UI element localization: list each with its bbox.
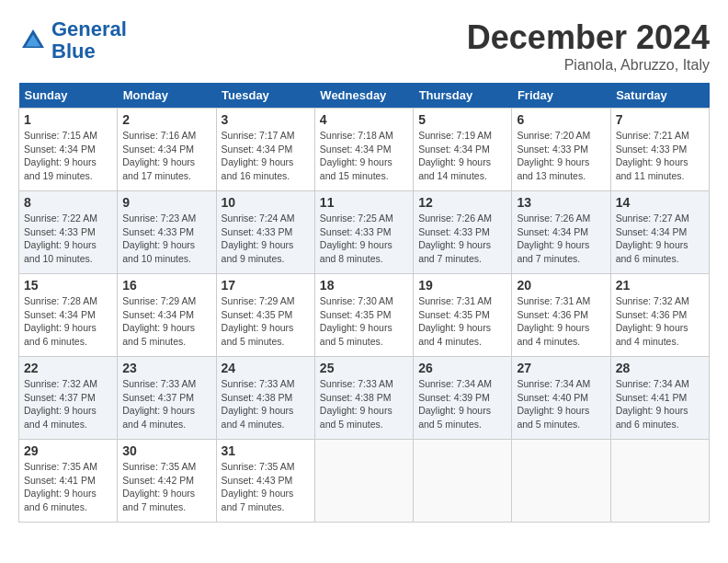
day-info: Sunrise: 7:17 AM Sunset: 4:34 PM Dayligh…: [222, 129, 310, 183]
day-number: 23: [122, 361, 210, 375]
day-info: Sunrise: 7:23 AM Sunset: 4:33 PM Dayligh…: [122, 212, 210, 266]
weekday-header-monday: Monday: [118, 83, 216, 109]
day-info: Sunrise: 7:30 AM Sunset: 4:35 PM Dayligh…: [320, 294, 408, 349]
day-info: Sunrise: 7:29 AM Sunset: 4:35 PM Dayligh…: [222, 294, 310, 349]
day-info: Sunrise: 7:33 AM Sunset: 4:38 PM Dayligh…: [222, 377, 310, 431]
logo-text: General Blue: [51, 18, 127, 63]
day-number: 2: [122, 112, 210, 127]
title-area: December 2024 Pianola, Abruzzo, Italy: [467, 18, 710, 74]
day-number: 29: [24, 443, 112, 458]
calendar-cell: 5Sunrise: 7:19 AM Sunset: 4:34 PM Daylig…: [414, 109, 512, 191]
day-info: Sunrise: 7:34 AM Sunset: 4:41 PM Dayligh…: [616, 377, 704, 431]
day-info: Sunrise: 7:34 AM Sunset: 4:40 PM Dayligh…: [517, 377, 605, 431]
day-number: 30: [122, 443, 210, 458]
calendar-cell: 11Sunrise: 7:25 AM Sunset: 4:33 PM Dayli…: [314, 191, 413, 274]
logo: General Blue: [18, 18, 127, 63]
day-info: Sunrise: 7:25 AM Sunset: 4:33 PM Dayligh…: [320, 212, 408, 266]
day-info: Sunrise: 7:26 AM Sunset: 4:34 PM Dayligh…: [517, 212, 605, 266]
day-info: Sunrise: 7:28 AM Sunset: 4:34 PM Dayligh…: [24, 294, 112, 349]
calendar-cell: [414, 440, 512, 523]
calendar-cell: 8Sunrise: 7:22 AM Sunset: 4:33 PM Daylig…: [19, 191, 118, 274]
day-number: 5: [418, 112, 506, 127]
calendar-cell: 17Sunrise: 7:29 AM Sunset: 4:35 PM Dayli…: [216, 274, 314, 357]
calendar-cell: 31Sunrise: 7:35 AM Sunset: 4:43 PM Dayli…: [216, 440, 314, 523]
calendar-cell: 14Sunrise: 7:27 AM Sunset: 4:34 PM Dayli…: [610, 191, 709, 274]
day-number: 18: [320, 278, 408, 293]
day-info: Sunrise: 7:29 AM Sunset: 4:34 PM Dayligh…: [122, 294, 210, 349]
calendar-week-2: 8Sunrise: 7:22 AM Sunset: 4:33 PM Daylig…: [19, 191, 710, 274]
day-info: Sunrise: 7:20 AM Sunset: 4:33 PM Dayligh…: [517, 129, 605, 183]
calendar-cell: 6Sunrise: 7:20 AM Sunset: 4:33 PM Daylig…: [512, 109, 610, 191]
day-number: 19: [418, 278, 506, 293]
logo-icon: [18, 26, 48, 55]
day-number: 9: [122, 195, 210, 210]
day-info: Sunrise: 7:21 AM Sunset: 4:33 PM Dayligh…: [616, 129, 704, 183]
weekday-header-row: SundayMondayTuesdayWednesdayThursdayFrid…: [19, 83, 710, 109]
day-info: Sunrise: 7:32 AM Sunset: 4:37 PM Dayligh…: [24, 377, 112, 431]
day-number: 13: [517, 195, 605, 210]
calendar-cell: 7Sunrise: 7:21 AM Sunset: 4:33 PM Daylig…: [610, 109, 709, 191]
calendar-cell: [314, 440, 413, 523]
weekday-header-thursday: Thursday: [414, 83, 512, 109]
calendar-cell: 3Sunrise: 7:17 AM Sunset: 4:34 PM Daylig…: [216, 109, 314, 191]
day-number: 10: [222, 195, 310, 210]
day-info: Sunrise: 7:31 AM Sunset: 4:35 PM Dayligh…: [418, 294, 506, 349]
calendar-cell: 29Sunrise: 7:35 AM Sunset: 4:41 PM Dayli…: [19, 440, 118, 523]
day-number: 4: [320, 112, 408, 127]
weekday-header-wednesday: Wednesday: [314, 83, 413, 109]
day-info: Sunrise: 7:22 AM Sunset: 4:33 PM Dayligh…: [24, 212, 112, 266]
calendar-cell: 12Sunrise: 7:26 AM Sunset: 4:33 PM Dayli…: [414, 191, 512, 274]
calendar-cell: 24Sunrise: 7:33 AM Sunset: 4:38 PM Dayli…: [216, 357, 314, 440]
day-number: 27: [517, 361, 605, 375]
day-number: 7: [616, 112, 704, 127]
calendar-cell: [512, 440, 610, 523]
day-number: 31: [222, 443, 310, 458]
day-info: Sunrise: 7:15 AM Sunset: 4:34 PM Dayligh…: [24, 129, 112, 183]
calendar-cell: [610, 440, 709, 523]
calendar-cell: 2Sunrise: 7:16 AM Sunset: 4:34 PM Daylig…: [118, 109, 216, 191]
day-info: Sunrise: 7:34 AM Sunset: 4:39 PM Dayligh…: [418, 377, 506, 431]
day-info: Sunrise: 7:19 AM Sunset: 4:34 PM Dayligh…: [418, 129, 506, 183]
day-info: Sunrise: 7:31 AM Sunset: 4:36 PM Dayligh…: [517, 294, 605, 349]
header: General Blue December 2024 Pianola, Abru…: [18, 18, 710, 74]
day-info: Sunrise: 7:27 AM Sunset: 4:34 PM Dayligh…: [616, 212, 704, 266]
day-number: 12: [418, 195, 506, 210]
calendar-cell: 13Sunrise: 7:26 AM Sunset: 4:34 PM Dayli…: [512, 191, 610, 274]
day-info: Sunrise: 7:18 AM Sunset: 4:34 PM Dayligh…: [320, 129, 408, 183]
day-info: Sunrise: 7:33 AM Sunset: 4:37 PM Dayligh…: [122, 377, 210, 431]
day-number: 24: [222, 361, 310, 375]
day-number: 15: [24, 278, 112, 293]
calendar-cell: 9Sunrise: 7:23 AM Sunset: 4:33 PM Daylig…: [118, 191, 216, 274]
day-number: 25: [320, 361, 408, 375]
day-number: 1: [24, 112, 112, 127]
calendar-week-4: 22Sunrise: 7:32 AM Sunset: 4:37 PM Dayli…: [19, 357, 710, 440]
weekday-header-tuesday: Tuesday: [216, 83, 314, 109]
day-number: 20: [517, 278, 605, 293]
month-title: December 2024: [467, 18, 710, 57]
day-info: Sunrise: 7:24 AM Sunset: 4:33 PM Dayligh…: [222, 212, 310, 266]
calendar-cell: 15Sunrise: 7:28 AM Sunset: 4:34 PM Dayli…: [19, 274, 118, 357]
calendar-table: SundayMondayTuesdayWednesdayThursdayFrid…: [18, 83, 710, 523]
weekday-header-sunday: Sunday: [19, 83, 118, 109]
calendar-cell: 20Sunrise: 7:31 AM Sunset: 4:36 PM Dayli…: [512, 274, 610, 357]
day-number: 11: [320, 195, 408, 210]
calendar-week-5: 29Sunrise: 7:35 AM Sunset: 4:41 PM Dayli…: [19, 440, 710, 523]
day-number: 14: [616, 195, 704, 210]
day-number: 21: [616, 278, 704, 293]
calendar-cell: 28Sunrise: 7:34 AM Sunset: 4:41 PM Dayli…: [610, 357, 709, 440]
day-number: 3: [222, 112, 310, 127]
calendar-cell: 27Sunrise: 7:34 AM Sunset: 4:40 PM Dayli…: [512, 357, 610, 440]
calendar-cell: 19Sunrise: 7:31 AM Sunset: 4:35 PM Dayli…: [414, 274, 512, 357]
calendar-cell: 23Sunrise: 7:33 AM Sunset: 4:37 PM Dayli…: [118, 357, 216, 440]
day-number: 26: [418, 361, 506, 375]
calendar-cell: 25Sunrise: 7:33 AM Sunset: 4:38 PM Dayli…: [314, 357, 413, 440]
day-info: Sunrise: 7:16 AM Sunset: 4:34 PM Dayligh…: [122, 129, 210, 183]
calendar-cell: 26Sunrise: 7:34 AM Sunset: 4:39 PM Dayli…: [414, 357, 512, 440]
day-info: Sunrise: 7:26 AM Sunset: 4:33 PM Dayligh…: [418, 212, 506, 266]
calendar-week-1: 1Sunrise: 7:15 AM Sunset: 4:34 PM Daylig…: [19, 109, 710, 191]
calendar-cell: 18Sunrise: 7:30 AM Sunset: 4:35 PM Dayli…: [314, 274, 413, 357]
day-number: 6: [517, 112, 605, 127]
location-title: Pianola, Abruzzo, Italy: [467, 57, 710, 74]
day-number: 28: [616, 361, 704, 375]
day-number: 22: [24, 361, 112, 375]
